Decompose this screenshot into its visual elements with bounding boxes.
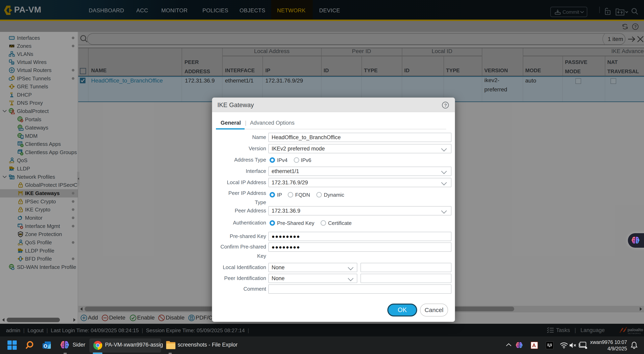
svg-text:?: ? (444, 103, 447, 108)
svg-text:O: O (44, 343, 48, 349)
